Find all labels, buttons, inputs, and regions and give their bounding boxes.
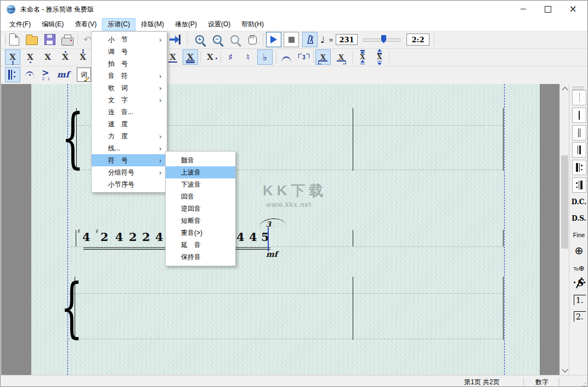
close-button[interactable]: × bbox=[561, 1, 585, 18]
zoom-out-icon: − bbox=[213, 35, 222, 44]
flat-button[interactable]: ♭ bbox=[257, 49, 273, 65]
hairpin-button[interactable]: >2 1 bbox=[39, 67, 54, 82]
menu-item-1[interactable]: 调 号 bbox=[92, 46, 167, 58]
submenu-item-8[interactable]: 保持音 bbox=[166, 251, 235, 263]
ds-button[interactable]: D.S. bbox=[569, 215, 588, 222]
pan-hand-button[interactable] bbox=[245, 32, 260, 47]
menubar-item-3[interactable]: 乐谱(C) bbox=[102, 18, 135, 31]
zoom-in-button[interactable]: + bbox=[192, 32, 207, 47]
menubar-item-6[interactable]: 设置(O) bbox=[202, 18, 236, 31]
tempo-value-input[interactable]: 231 bbox=[336, 34, 358, 45]
interval-expand-button[interactable]: X bbox=[372, 49, 387, 65]
slur-button[interactable] bbox=[279, 49, 294, 65]
menubar-item-4[interactable]: 排版(M) bbox=[135, 18, 169, 31]
menu-item-label: 音 符 bbox=[108, 71, 128, 81]
submenu-item-6[interactable]: 重音(>) bbox=[166, 227, 235, 239]
menu-item-12[interactable]: 小节序号 bbox=[92, 178, 167, 190]
octave-down-2-button[interactable]: X bbox=[5, 49, 20, 65]
scroll-up-button[interactable] bbox=[560, 84, 569, 93]
minimize-button[interactable] bbox=[511, 1, 535, 18]
repeat-start-button[interactable] bbox=[572, 160, 586, 175]
dotted-note-button[interactable]: X bbox=[202, 49, 218, 65]
repeat-barline-button[interactable] bbox=[5, 67, 20, 82]
resize-grip[interactable] bbox=[579, 380, 586, 386]
sharp-button[interactable]: ♯ bbox=[223, 49, 238, 65]
menu-item-0[interactable]: 小 节› bbox=[92, 33, 167, 46]
menu-item-7[interactable]: 速 度 bbox=[92, 118, 167, 130]
eighth-note-button[interactable]: X bbox=[165, 49, 180, 65]
menubar-item-0[interactable]: 文件(F) bbox=[4, 18, 36, 31]
submenu-item-2[interactable]: 下波音 bbox=[166, 178, 235, 190]
submenu-item-1[interactable]: 上波音 bbox=[166, 166, 235, 178]
fermata-button[interactable] bbox=[22, 67, 38, 82]
scrollbar-thumb[interactable] bbox=[561, 155, 568, 249]
toolbar-grip bbox=[3, 34, 5, 46]
submenu-item-7[interactable]: 延 音 bbox=[166, 239, 235, 251]
submenu-item-5[interactable]: 短断音 bbox=[166, 215, 235, 227]
time-signature-display[interactable]: 2:2 bbox=[406, 33, 429, 46]
vertical-scrollbar[interactable] bbox=[559, 84, 569, 375]
separator bbox=[434, 33, 434, 46]
separator bbox=[263, 33, 263, 46]
menu-item-8[interactable]: 力 度› bbox=[92, 130, 167, 142]
menu-item-9[interactable]: 线...› bbox=[92, 142, 167, 154]
menu-item-6[interactable]: 连 音... bbox=[92, 106, 167, 118]
repeat-end-button[interactable] bbox=[572, 177, 586, 193]
open-file-button[interactable] bbox=[24, 32, 39, 47]
barline-final-button[interactable] bbox=[572, 142, 586, 158]
interval-compress-button[interactable]: X bbox=[355, 49, 370, 65]
submenu-item-3[interactable]: 回音 bbox=[166, 190, 235, 203]
metronome-button[interactable] bbox=[302, 32, 318, 47]
menu-item-3[interactable]: 音 符› bbox=[92, 70, 167, 82]
submenu-item-0[interactable]: 颤音 bbox=[166, 154, 235, 166]
tempo-slider-thumb[interactable] bbox=[381, 35, 386, 43]
natural-button[interactable]: ♮ bbox=[240, 49, 256, 65]
lyrics-button[interactable]: 词 bbox=[77, 68, 91, 82]
dc-button[interactable]: D.C. bbox=[569, 198, 588, 206]
separator bbox=[77, 33, 78, 46]
menu-item-2[interactable]: 拍 号 bbox=[92, 58, 167, 70]
triplet-button[interactable]: 3 bbox=[296, 49, 312, 65]
barline-double-button[interactable] bbox=[572, 125, 586, 141]
separator bbox=[220, 51, 221, 63]
octave-0-button[interactable]: X bbox=[40, 49, 55, 65]
menu-item-5[interactable]: 文 字› bbox=[92, 94, 167, 106]
play-button[interactable] bbox=[266, 32, 281, 47]
menu-item-4[interactable]: 歌 词› bbox=[92, 82, 167, 94]
zoom-select-button[interactable] bbox=[227, 32, 242, 47]
octave-down-1-button[interactable]: X bbox=[22, 49, 38, 65]
maximize-button[interactable] bbox=[535, 1, 560, 18]
save-button[interactable] bbox=[42, 32, 58, 47]
scroll-down-button[interactable] bbox=[560, 366, 569, 375]
menu-item-11[interactable]: 分组符号› bbox=[92, 166, 167, 178]
grace-before-button[interactable]: X bbox=[315, 49, 331, 65]
print-button[interactable] bbox=[60, 32, 75, 47]
menubar-item-5[interactable]: 播放(P) bbox=[169, 18, 202, 31]
coda-button[interactable]: ⊕ bbox=[569, 244, 588, 256]
barline-dotted-button[interactable] bbox=[572, 90, 586, 105]
menubar-item-7[interactable]: 帮助(H) bbox=[236, 18, 269, 31]
fine-button[interactable]: Fine bbox=[569, 232, 588, 238]
slur-icon bbox=[281, 57, 291, 63]
menu-item-label: 小节序号 bbox=[108, 180, 134, 189]
grace-after-button[interactable]: X bbox=[333, 49, 349, 65]
zoom-out-button[interactable]: − bbox=[210, 32, 225, 47]
to-coda-button[interactable]: To⊕ bbox=[569, 264, 588, 272]
octave-up-2-button[interactable]: X bbox=[75, 49, 91, 65]
stop-button[interactable] bbox=[284, 32, 299, 47]
volta-1-button[interactable]: 1. bbox=[574, 295, 586, 305]
segno-button[interactable]: S bbox=[574, 277, 584, 288]
dynamics-mf-button[interactable]: mf bbox=[55, 67, 71, 82]
volta-2-button[interactable]: 2. bbox=[574, 311, 586, 322]
new-file-button[interactable] bbox=[7, 32, 22, 47]
menubar-item-1[interactable]: 编辑(E) bbox=[36, 18, 69, 31]
submenu-item-4[interactable]: 逆回音 bbox=[166, 203, 235, 215]
octave-up-1-button[interactable]: X bbox=[58, 49, 73, 65]
goto-measure-button[interactable] bbox=[167, 32, 183, 47]
app-window: 未命名 - 雅乐简谱 免费版 × 文件(F)编辑(E)查看(V)乐谱(C)排版(… bbox=[0, 0, 588, 387]
sixteenth-note-button[interactable]: X bbox=[183, 49, 198, 65]
menu-item-10[interactable]: 符 号› bbox=[92, 154, 167, 166]
score-canvas[interactable]: { { 4♯2♯422422422445 3 mf KK下载 www.kkx bbox=[1, 84, 588, 375]
menubar-item-2[interactable]: 查看(V) bbox=[69, 18, 102, 31]
barline-single-button[interactable] bbox=[572, 108, 586, 123]
